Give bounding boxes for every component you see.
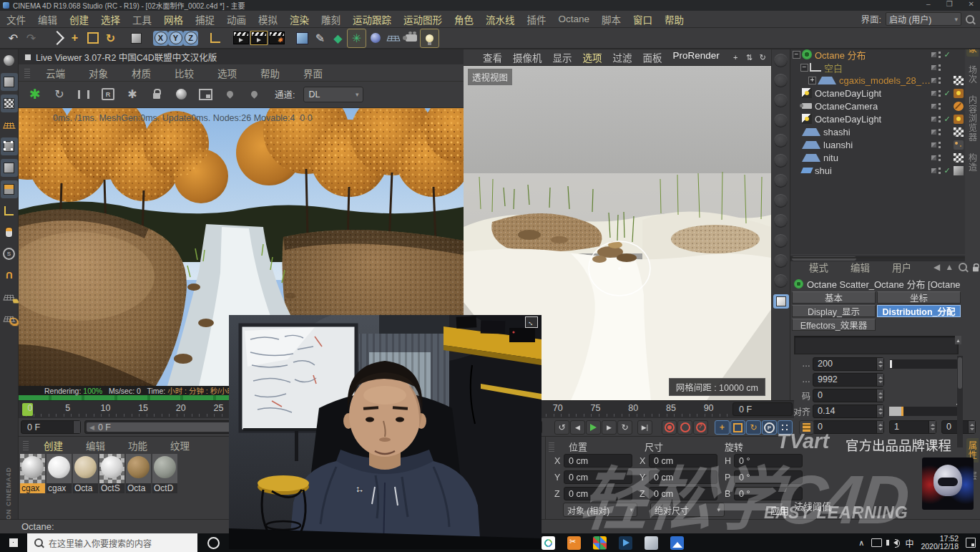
visibility-dots[interactable] xyxy=(939,129,941,135)
minimize-button[interactable]: – xyxy=(926,0,931,8)
channel-dropdown[interactable]: DL ▾ xyxy=(303,87,363,102)
title-bar[interactable]: CINEMA 4D R19.068 Studio (RC - R19) - [0… xyxy=(0,0,980,11)
lock-workplane-icon[interactable] xyxy=(1,288,18,306)
menubar-item-编辑[interactable]: 编辑 xyxy=(38,12,57,26)
render-view-icon[interactable] xyxy=(232,29,250,47)
layer-chip[interactable] xyxy=(931,117,936,122)
live-viewer-menu-材质[interactable]: 材质 xyxy=(132,66,151,80)
param-field-1[interactable]: 9992 xyxy=(813,373,884,387)
taskbar-app-store[interactable] xyxy=(593,536,607,550)
notification-icon[interactable] xyxy=(966,538,976,548)
view-label[interactable]: 透视视图 xyxy=(468,69,512,85)
enable-check[interactable]: ✓ xyxy=(943,89,951,98)
coord-field-尺寸-Y[interactable]: 0 cm xyxy=(649,470,717,484)
block-tag[interactable] xyxy=(954,102,964,111)
checker-tag[interactable] xyxy=(954,76,964,85)
expander-icon[interactable]: + xyxy=(808,77,816,84)
key-position-button[interactable]: + xyxy=(715,420,730,435)
model-mode-icon[interactable] xyxy=(1,73,18,91)
menubar-item-网格[interactable]: 网格 xyxy=(164,12,183,26)
attribute-menu-模式[interactable]: 模式 xyxy=(809,260,828,274)
attribute-tab-基本[interactable]: 基本 xyxy=(792,291,876,304)
polygons-mode-icon[interactable] xyxy=(1,180,18,198)
key-rotation-button[interactable]: ↻ xyxy=(746,420,761,435)
live-viewer-titlebar[interactable]: Live Viewer 3.07-R2 中国C4D联盟中文汉化版 xyxy=(19,49,464,64)
object-row[interactable]: OctaneDayLight✓ xyxy=(790,87,965,100)
checker-tag[interactable] xyxy=(954,127,964,137)
close-button[interactable]: ✕ xyxy=(969,0,974,8)
param-extra-field[interactable]: 1 xyxy=(889,420,936,434)
material-menu-纹理[interactable]: 纹理 xyxy=(170,438,190,452)
octane-logo-icon[interactable] xyxy=(27,87,43,102)
viewport-tool-icon[interactable] xyxy=(774,74,788,87)
attribute-tab-Effectors_效果器[interactable]: Effectors_效果器 xyxy=(792,319,876,331)
object-row[interactable]: −Octane 分布✓ xyxy=(790,48,965,61)
object-row[interactable]: shui✓ xyxy=(790,164,965,177)
object-row[interactable]: OctaneDayLight✓ xyxy=(790,112,965,125)
visibility-dots[interactable] xyxy=(939,168,941,174)
enable-check[interactable]: ✓ xyxy=(943,166,951,175)
apply-button[interactable]: 应用 xyxy=(770,503,789,517)
autokey-button[interactable] xyxy=(677,420,692,435)
scroll-up-icon[interactable]: ▲ xyxy=(955,336,961,344)
menubar-item-动画[interactable]: 动画 xyxy=(227,12,246,26)
taskbar-app-mail[interactable] xyxy=(645,536,658,550)
volume-icon[interactable] xyxy=(893,540,898,546)
viewport-tool-icon[interactable] xyxy=(774,94,788,107)
search-icon[interactable] xyxy=(966,15,974,24)
cortana-button[interactable] xyxy=(197,537,229,549)
current-frame-field[interactable]: 0 F xyxy=(21,420,81,434)
sun-tag[interactable] xyxy=(954,115,964,124)
spline-pen-icon[interactable]: ✎ xyxy=(311,29,329,47)
menubar-item-捕捉[interactable]: 捕捉 xyxy=(195,12,215,26)
layer-chip[interactable] xyxy=(931,130,936,135)
viewport-menu-选项[interactable]: 选项 xyxy=(583,50,602,64)
live-selection-icon[interactable] xyxy=(48,29,66,47)
region-render-icon[interactable]: R xyxy=(100,87,116,102)
layer-chip[interactable] xyxy=(931,104,936,109)
visibility-dots[interactable] xyxy=(939,155,941,161)
viewport-menu-摄像机[interactable]: 摄像机 xyxy=(513,50,542,64)
goto-start-button[interactable]: ↺ xyxy=(554,420,569,435)
scale-icon[interactable] xyxy=(84,29,102,47)
taskbar-app-meeting[interactable] xyxy=(542,536,555,550)
viewport-tool-icon[interactable] xyxy=(774,274,788,288)
enable-check[interactable]: ✓ xyxy=(943,115,951,124)
attribute-tab-Display_显示[interactable]: Display_显示 xyxy=(792,305,876,317)
viewport-tool-icon[interactable] xyxy=(774,194,788,208)
param-field-0[interactable]: 200 xyxy=(813,357,884,371)
pick-focus-icon[interactable] xyxy=(222,87,237,102)
panel-grip[interactable] xyxy=(549,442,554,452)
panel-tab-构造[interactable]: 构造 xyxy=(966,150,979,175)
menubar-item-文件[interactable]: 文件 xyxy=(6,12,26,26)
key-scale-button[interactable] xyxy=(730,420,745,435)
taskbar-search-input[interactable]: 在这里输入你要搜索的内容 xyxy=(27,533,197,552)
coord-field-位置-X[interactable]: 0 cm xyxy=(564,454,632,468)
light-icon[interactable] xyxy=(420,29,439,48)
coord-field-尺寸-Z[interactable]: 0 cm xyxy=(649,487,717,500)
menubar-item-脚本[interactable]: 脚本 xyxy=(602,12,621,26)
start-button[interactable] xyxy=(0,533,27,552)
sculpt-cube-icon[interactable] xyxy=(773,294,789,309)
live-viewer-menu-帮助[interactable]: 帮助 xyxy=(260,66,280,80)
menubar-item-Octane[interactable]: Octane xyxy=(559,14,590,24)
lock-icon[interactable] xyxy=(973,266,979,271)
mode-dropdown[interactable]: 对象 (相对) ▾ xyxy=(563,503,637,517)
expand-icon[interactable]: ↔ xyxy=(525,316,538,328)
x-axis-lock-icon[interactable]: X xyxy=(153,31,168,46)
object-row[interactable]: −空白 xyxy=(790,61,965,74)
render-picture-viewer-icon[interactable] xyxy=(250,29,268,47)
layer-chip[interactable] xyxy=(931,78,936,83)
layer-chip[interactable] xyxy=(931,65,936,70)
viewport-menu-面板[interactable]: 面板 xyxy=(643,50,662,64)
object-row[interactable]: shashi xyxy=(790,125,965,138)
mograph-icon[interactable]: ✳ xyxy=(347,29,366,48)
visibility-dots[interactable] xyxy=(939,90,941,97)
menubar-item-流水线[interactable]: 流水线 xyxy=(486,12,515,26)
coord-field-旋转-P[interactable]: 0 ° xyxy=(734,470,803,484)
coord-field-旋转-H[interactable]: 0 ° xyxy=(734,454,803,468)
search-icon[interactable] xyxy=(959,263,967,271)
rotate-view-icon[interactable]: ↻ xyxy=(758,52,768,63)
lock-resolution-icon[interactable] xyxy=(149,87,165,102)
photo-tag[interactable] xyxy=(954,166,964,175)
